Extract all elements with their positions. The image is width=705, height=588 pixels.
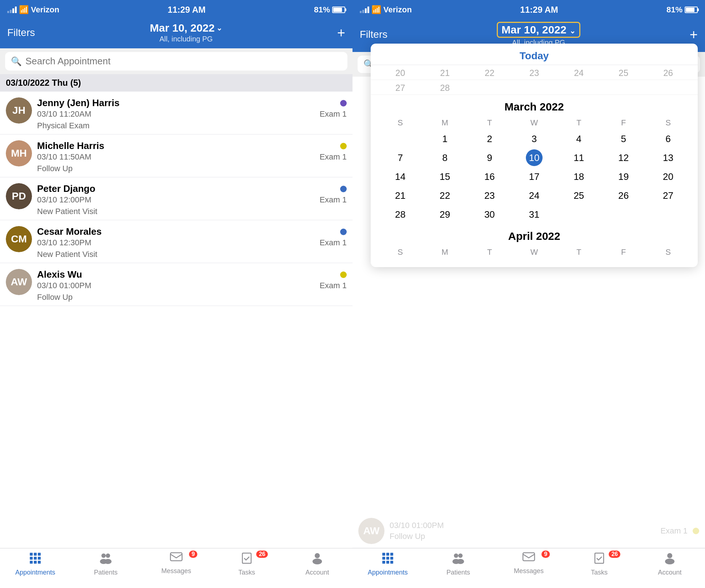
search-icon: 🔍 (11, 56, 22, 67)
cal-day[interactable]: 27 (660, 187, 677, 204)
apt-info: Jenny (Jen) Harris 03/10 11:20AM Exam 1 … (37, 97, 347, 130)
tab-patients-label-r: Patients (446, 569, 470, 576)
avatar-image: MH (6, 140, 32, 166)
apt-time: 03/10 12:30PM (37, 238, 91, 247)
status-bar-left: 📶 Verizon 11:29 AM 81% (0, 0, 352, 19)
cal-day[interactable]: 16 (481, 168, 498, 185)
march-title: March 2022 (378, 101, 690, 113)
cal-day[interactable]: 20 (660, 168, 677, 185)
cal-day[interactable]: 4 (571, 130, 587, 147)
chevron-down-icon-r: ⌄ (569, 27, 576, 35)
avatar-image: PD (6, 183, 32, 209)
appointments-icon-r (382, 552, 394, 567)
cal-day[interactable]: 18 (571, 168, 587, 185)
account-icon-r (664, 552, 676, 567)
cal-day-selected[interactable]: 10 (526, 149, 543, 166)
appointment-item[interactable]: MH Michelle Harris 03/10 11:50AM Exam 1 … (0, 134, 352, 177)
cal-day[interactable]: 7 (392, 149, 408, 166)
tasks-icon-r (594, 552, 605, 567)
cal-day[interactable]: 29 (436, 206, 453, 223)
apt-header-row: Cesar Morales (37, 226, 347, 237)
tab-messages-r[interactable]: 9 Messages (494, 552, 564, 575)
apt-info: Peter Django 03/10 12:00PM Exam 1 New Pa… (37, 183, 347, 216)
svg-rect-8 (38, 561, 41, 564)
add-appointment-button[interactable]: + (337, 26, 345, 40)
cal-day[interactable]: 22 (436, 187, 453, 204)
cal-day[interactable]: 28 (392, 206, 408, 223)
tab-messages[interactable]: 9 Messages (141, 552, 212, 575)
appointment-item[interactable]: AW Alexis Wu 03/10 01:00PM Exam 1 Follow… (0, 263, 352, 306)
apt-time: 03/10 12:00PM (37, 195, 91, 205)
avatar-image: JH (6, 97, 32, 124)
filters-button-r[interactable]: Filters (360, 29, 387, 40)
cal-day[interactable]: 30 (481, 206, 498, 223)
svg-rect-24 (386, 561, 389, 564)
cal-day[interactable]: 12 (615, 149, 632, 166)
filters-button[interactable]: Filters (7, 27, 35, 39)
header-date-r[interactable]: Mar 10, 2022 ⌄ (497, 22, 580, 38)
apt-time: 03/10 11:50AM (37, 152, 91, 162)
cal-day[interactable]: 6 (660, 130, 677, 147)
cal-day[interactable]: 19 (615, 168, 632, 185)
svg-rect-13 (170, 553, 182, 561)
cal-day[interactable]: 31 (526, 206, 543, 223)
apt-name: Jenny (Jen) Harris (37, 97, 120, 109)
tab-account[interactable]: Account (282, 552, 352, 576)
patients-icon (99, 552, 112, 567)
tab-tasks-r[interactable]: 26 Tasks (564, 552, 634, 576)
today-button[interactable]: Today (371, 44, 698, 65)
status-left-r: 📶 Verizon (360, 5, 412, 15)
apt-exam: Exam 1 (319, 195, 347, 205)
tab-patients-r[interactable]: Patients (423, 552, 494, 576)
apt-status-dot (340, 100, 347, 106)
cal-day[interactable]: 8 (436, 149, 453, 166)
tab-appointments-r[interactable]: Appointments (352, 552, 423, 576)
bg-dot (693, 528, 699, 534)
calendar-overlay[interactable]: Today 20 21 22 23 24 25 26 27 28 March 2… (371, 44, 698, 267)
add-appointment-button-r[interactable]: + (690, 28, 698, 41)
cal-day[interactable]: 15 (436, 168, 453, 185)
appointments-list: JH Jenny (Jen) Harris 03/10 11:20AM Exam… (0, 92, 352, 548)
cal-day[interactable]: 1 (436, 130, 453, 147)
cal-day[interactable]: 9 (481, 149, 498, 166)
prev-week-row-1: 20 21 22 23 24 25 26 (371, 65, 698, 80)
cal-day[interactable]: 17 (526, 168, 543, 185)
status-right-r: 81% (666, 5, 698, 15)
apt-status-dot (340, 143, 347, 149)
avatar: AW (6, 269, 32, 295)
header-date[interactable]: Mar 10, 2022 ⌄ (150, 22, 222, 34)
cal-day[interactable]: 2 (481, 130, 498, 147)
cal-day[interactable]: 26 (615, 187, 632, 204)
search-input[interactable] (25, 56, 342, 67)
carrier-label: Verizon (31, 5, 59, 15)
avatar: CM (6, 226, 32, 252)
appointment-item[interactable]: CM Cesar Morales 03/10 12:30PM Exam 1 Ne… (0, 220, 352, 263)
svg-rect-7 (34, 561, 37, 564)
time-display: 11:29 AM (168, 5, 205, 15)
svg-rect-23 (382, 561, 385, 564)
cal-day[interactable]: 11 (571, 149, 587, 166)
cal-day[interactable]: 5 (615, 130, 632, 147)
svg-rect-31 (595, 553, 604, 563)
cal-day[interactable]: 21 (392, 187, 408, 204)
apt-exam: Exam 1 (319, 238, 347, 247)
tab-tasks[interactable]: 26 Tasks (212, 552, 282, 576)
cal-day[interactable]: 25 (571, 187, 587, 204)
tab-patients[interactable]: Patients (70, 552, 141, 576)
header-title: Mar 10, 2022 ⌄ All, including PG (150, 22, 222, 43)
appointment-item[interactable]: PD Peter Django 03/10 12:00PM Exam 1 New… (0, 177, 352, 220)
svg-rect-3 (30, 557, 33, 560)
svg-rect-21 (386, 557, 389, 560)
cal-day[interactable]: 3 (526, 130, 543, 147)
appointment-item[interactable]: JH Jenny (Jen) Harris 03/10 11:20AM Exam… (0, 92, 352, 134)
cal-day[interactable]: 13 (660, 149, 677, 166)
tab-account-label: Account (305, 569, 329, 576)
cal-day[interactable]: 23 (481, 187, 498, 204)
apt-type: New Patient Visit (37, 250, 347, 259)
cal-day[interactable]: 24 (526, 187, 543, 204)
tab-appointments[interactable]: Appointments (0, 552, 70, 576)
cal-day[interactable]: 14 (392, 168, 408, 185)
signal-icon-r (360, 7, 369, 13)
svg-point-16 (313, 559, 322, 564)
tab-account-r[interactable]: Account (634, 552, 705, 576)
